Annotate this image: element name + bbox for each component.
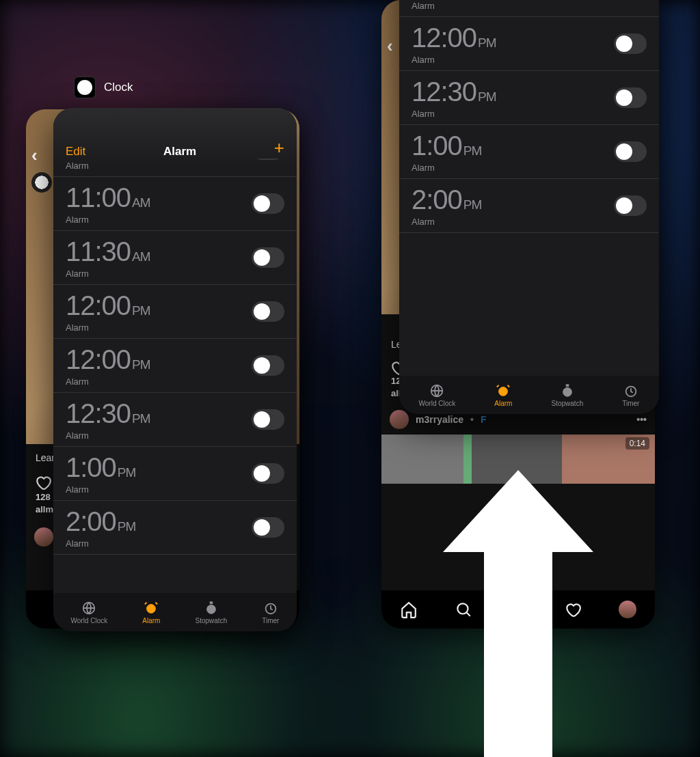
profile-avatar[interactable] [619,601,636,618]
alarm-label: Alarm [66,430,150,441]
alarm-row[interactable]: 12:00PMAlarm [53,339,297,393]
alarm-row[interactable]: 12:00PMAlarm [399,17,659,71]
alarm-label: Alarm [66,322,150,333]
avatar[interactable] [390,410,409,429]
alarm-row[interactable]: 2:00PMAlarm [399,179,659,233]
alarm-row[interactable]: 11:00AMAlarm [53,177,297,231]
alarm-toggle[interactable] [252,463,284,484]
alarm-time: 12:00PM [412,23,496,53]
alarm-time: 10:00AM [66,159,150,159]
alarm-time: 1:00PM [66,452,135,483]
alarm-toggle[interactable] [614,195,647,216]
alarm-toggle[interactable] [252,159,284,160]
alarm-toggle[interactable] [614,33,647,54]
alarm-label: Alarm [66,538,135,549]
alarm-toggle[interactable] [252,355,284,376]
home-icon[interactable] [400,601,418,618]
alarm-label: Alarm [412,109,496,119]
page-title: Alarm [163,145,196,159]
alarm-time: 12:00PM [66,290,150,321]
alarm-time: 1:00PM [412,130,481,161]
tab-timer[interactable]: Timer [262,601,279,624]
tab-stopwatch[interactable]: Stopwatch [552,383,584,407]
alarm-label: Alarm [66,269,150,279]
instagram-tab-bar [381,590,655,629]
alarm-row[interactable]: 11:30AMAlarm [53,231,297,285]
next-post-media[interactable]: 0:14 [381,435,655,484]
back-chevron-icon[interactable]: ‹ [31,145,38,166]
alarm-row[interactable]: 2:00PMAlarm [53,501,297,555]
alarm-toggle[interactable] [252,301,284,322]
clock-app-icon [74,77,96,98]
alarm-time: 11:00AM [66,182,150,213]
alarm-row[interactable]: 1:00PMAlarm [53,447,297,501]
tab-world-clock[interactable]: World Clock [419,383,456,407]
alarm-time: 12:30PM [66,398,150,429]
tab-alarm[interactable]: Alarm [494,383,512,407]
alarm-toggle[interactable] [252,409,284,430]
safari-compass-icon [31,172,52,193]
app-switcher-label: Clock [74,77,133,98]
edit-button[interactable]: Edit [66,145,85,159]
alarm-time: 2:00PM [412,184,481,215]
search-icon[interactable] [455,601,472,618]
alarm-row[interactable]: 12:30PMAlarm [53,393,297,447]
heart-icon[interactable] [564,601,582,618]
add-post-icon[interactable] [509,601,527,618]
alarm-label: Alarm [412,163,481,173]
alarm-row[interactable]: 1:00PMAlarm [399,125,659,179]
alarm-toggle[interactable] [252,193,284,214]
svg-rect-12 [566,384,569,386]
alarm-toggle[interactable] [252,517,284,538]
svg-point-10 [499,387,508,396]
globe-icon [429,383,444,398]
alarm-list[interactable]: 10:00AMAlarm11:00AMAlarm11:30AMAlarm12:0… [53,159,297,593]
alarm-list[interactable]: 11:00AMAlarm11:30AMAlarm12:00PMAlarm12:0… [399,0,659,376]
alarm-time: 12:00PM [66,344,150,375]
svg-point-7 [457,603,468,614]
alarm-row[interactable]: 10:00AMAlarm [53,159,297,177]
avatar[interactable] [34,527,53,547]
alarm-icon [496,383,511,398]
follow-button[interactable]: F [481,414,487,425]
clock-nav-bar: Edit Alarm + [53,108,297,165]
clock-app-card[interactable]: Edit Alarm + 10:00AMAlarm11:00AMAlarm11:… [53,108,297,631]
video-time: 0:14 [625,437,649,450]
clock-tab-bar: World Clock Alarm Stopwatch Timer [53,593,297,631]
svg-point-11 [563,387,571,396]
alarm-label: Alarm [66,215,150,225]
more-icon[interactable]: ••• [636,414,647,425]
tab-stopwatch[interactable]: Stopwatch [196,601,228,624]
heart-icon[interactable] [34,473,52,491]
alarm-label: Alarm [66,484,135,495]
alarm-row[interactable]: 12:00PMAlarm [399,0,659,17]
tab-timer[interactable]: Timer [622,383,639,407]
add-alarm-button[interactable]: + [274,137,284,159]
tab-alarm[interactable]: Alarm [142,601,160,624]
clock-tab-bar: World Clock Alarm Stopwatch Timer [399,376,659,414]
alarm-label: Alarm [66,161,150,171]
clock-app-card[interactable]: 11:00AMAlarm11:30AMAlarm12:00PMAlarm12:0… [399,0,659,414]
alarm-time: 11:30AM [66,236,150,267]
alarm-label: Alarm [412,55,496,65]
svg-point-2 [147,604,156,613]
alarm-label: Alarm [412,217,481,227]
alarm-label: Alarm [66,376,150,387]
alarm-time: 12:30PM [412,77,496,107]
alarm-toggle[interactable] [614,141,647,162]
alarm-toggle[interactable] [252,247,284,268]
alarm-label: Alarm [412,1,496,11]
timer-icon [623,383,638,398]
alarm-icon [144,601,159,616]
alarm-toggle[interactable] [614,87,647,108]
svg-rect-4 [210,601,213,603]
svg-point-3 [206,605,215,614]
alarm-row[interactable]: 12:00PMAlarm [53,285,297,339]
next-post-header [34,527,53,547]
alarm-time: 2:00PM [66,506,135,537]
stopwatch-icon [560,383,575,398]
tab-world-clock[interactable]: World Clock [71,601,108,624]
back-chevron-icon[interactable]: ‹ [387,36,393,57]
alarm-row[interactable]: 12:30PMAlarm [399,71,659,125]
